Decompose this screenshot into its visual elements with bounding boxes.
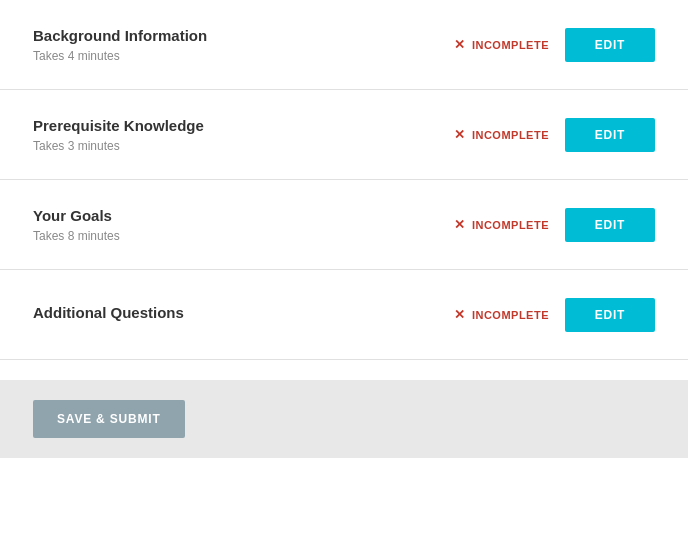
edit-button-background-information[interactable]: EDIT bbox=[565, 28, 655, 62]
section-item-background-information: Background InformationTakes 4 minutes✕IN… bbox=[0, 0, 688, 90]
section-title-background-information: Background Information bbox=[33, 27, 454, 44]
status-text: INCOMPLETE bbox=[472, 309, 549, 321]
save-submit-button[interactable]: SAVE & SUBMIT bbox=[33, 400, 185, 438]
edit-button-prerequisite-knowledge[interactable]: EDIT bbox=[565, 118, 655, 152]
section-info-additional-questions: Additional Questions bbox=[33, 304, 454, 326]
edit-button-your-goals[interactable]: EDIT bbox=[565, 208, 655, 242]
section-item-additional-questions: Additional Questions✕INCOMPLETEEDIT bbox=[0, 270, 688, 360]
x-icon: ✕ bbox=[454, 217, 466, 232]
sections-container: Background InformationTakes 4 minutes✕IN… bbox=[0, 0, 688, 360]
section-actions-your-goals: ✕INCOMPLETEEDIT bbox=[454, 208, 655, 242]
section-title-prerequisite-knowledge: Prerequisite Knowledge bbox=[33, 117, 454, 134]
section-item-prerequisite-knowledge: Prerequisite KnowledgeTakes 3 minutes✕IN… bbox=[0, 90, 688, 180]
edit-button-additional-questions[interactable]: EDIT bbox=[565, 298, 655, 332]
section-actions-background-information: ✕INCOMPLETEEDIT bbox=[454, 28, 655, 62]
section-info-prerequisite-knowledge: Prerequisite KnowledgeTakes 3 minutes bbox=[33, 117, 454, 153]
section-actions-additional-questions: ✕INCOMPLETEEDIT bbox=[454, 298, 655, 332]
footer-area: SAVE & SUBMIT bbox=[0, 380, 688, 458]
status-badge-additional-questions: ✕INCOMPLETE bbox=[454, 307, 549, 322]
section-duration-background-information: Takes 4 minutes bbox=[33, 49, 454, 63]
section-title-additional-questions: Additional Questions bbox=[33, 304, 454, 321]
section-info-your-goals: Your GoalsTakes 8 minutes bbox=[33, 207, 454, 243]
x-icon: ✕ bbox=[454, 37, 466, 52]
section-info-background-information: Background InformationTakes 4 minutes bbox=[33, 27, 454, 63]
section-title-your-goals: Your Goals bbox=[33, 207, 454, 224]
x-icon: ✕ bbox=[454, 307, 466, 322]
status-text: INCOMPLETE bbox=[472, 219, 549, 231]
main-content: Background InformationTakes 4 minutes✕IN… bbox=[0, 0, 688, 458]
status-badge-background-information: ✕INCOMPLETE bbox=[454, 37, 549, 52]
section-duration-prerequisite-knowledge: Takes 3 minutes bbox=[33, 139, 454, 153]
section-item-your-goals: Your GoalsTakes 8 minutes✕INCOMPLETEEDIT bbox=[0, 180, 688, 270]
status-text: INCOMPLETE bbox=[472, 129, 549, 141]
x-icon: ✕ bbox=[454, 127, 466, 142]
status-text: INCOMPLETE bbox=[472, 39, 549, 51]
section-actions-prerequisite-knowledge: ✕INCOMPLETEEDIT bbox=[454, 118, 655, 152]
status-badge-your-goals: ✕INCOMPLETE bbox=[454, 217, 549, 232]
status-badge-prerequisite-knowledge: ✕INCOMPLETE bbox=[454, 127, 549, 142]
section-duration-your-goals: Takes 8 minutes bbox=[33, 229, 454, 243]
